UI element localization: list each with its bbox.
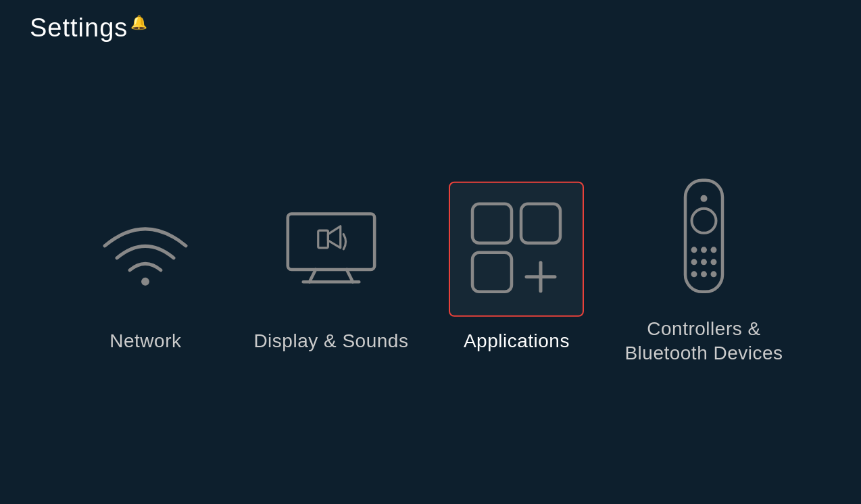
- settings-item-controllers-bluetooth[interactable]: Controllers &Bluetooth Devices: [624, 170, 783, 366]
- page-title: Settings🔔: [30, 14, 148, 43]
- notification-icon: 🔔: [130, 15, 148, 30]
- svg-rect-5: [318, 230, 328, 248]
- applications-icon-container: [449, 182, 584, 317]
- svg-point-16: [711, 247, 717, 253]
- svg-rect-8: [472, 253, 512, 292]
- network-icon-container: [78, 182, 213, 317]
- svg-point-20: [691, 271, 697, 277]
- display-icon: [284, 211, 378, 288]
- svg-rect-7: [521, 204, 560, 243]
- svg-point-13: [701, 195, 708, 201]
- svg-point-18: [701, 259, 707, 265]
- remote-icon: [679, 176, 729, 297]
- settings-grid: Network: [0, 170, 861, 366]
- display-sounds-icon-container: [264, 182, 399, 317]
- svg-rect-6: [472, 204, 512, 243]
- svg-line-2: [310, 270, 316, 282]
- controllers-bluetooth-icon-container: [637, 170, 772, 305]
- settings-item-network[interactable]: Network: [78, 182, 213, 353]
- svg-line-3: [347, 270, 353, 282]
- svg-point-19: [711, 259, 717, 265]
- svg-point-15: [701, 247, 707, 253]
- settings-item-applications[interactable]: Applications: [449, 182, 584, 353]
- applications-icon: [466, 201, 567, 298]
- svg-point-12: [692, 208, 716, 232]
- settings-item-display-sounds[interactable]: Display & Sounds: [253, 182, 408, 353]
- network-label: Network: [109, 329, 181, 353]
- controllers-bluetooth-label: Controllers &Bluetooth Devices: [624, 317, 783, 366]
- svg-point-17: [691, 259, 697, 265]
- applications-label: Applications: [464, 329, 570, 353]
- svg-point-21: [701, 271, 707, 277]
- svg-point-14: [691, 247, 697, 253]
- wifi-icon: [98, 209, 193, 290]
- svg-point-0: [141, 278, 149, 286]
- display-sounds-label: Display & Sounds: [253, 329, 408, 353]
- svg-point-22: [711, 271, 717, 277]
